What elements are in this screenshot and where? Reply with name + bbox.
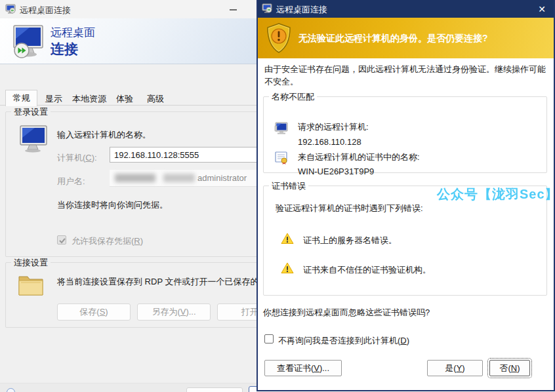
redacted-text <box>163 174 195 182</box>
certificate-name-label: 来自远程计算机的证书中的名称: <box>298 151 420 163</box>
screen: 远程桌面连接 远程桌面 连接 常规 显示 本地资源 体验 高级 <box>0 0 555 392</box>
warning-triangle-icon <box>281 262 294 274</box>
header-app-subtitle: 连接 <box>51 40 78 58</box>
tab-display[interactable]: 显示 <box>39 92 69 106</box>
view-certificate-button[interactable]: 查看证书(V)... <box>264 360 342 376</box>
save-button[interactable]: 保存(S) <box>57 304 131 321</box>
warning-triangle-icon <box>281 233 294 245</box>
window-header: 远程桌面 连接 <box>0 18 257 64</box>
username-value: administrator <box>197 173 247 183</box>
shield-warning-icon <box>266 23 292 53</box>
certificate-icon <box>274 151 289 165</box>
watermark-text: 公众号【泷羽Sec】 <box>437 186 555 203</box>
certificate-error-item: 证书上的服务器名错误。 <box>303 235 397 246</box>
rdp-app-icon <box>5 4 16 14</box>
window-footer <box>0 383 257 392</box>
remote-desktop-icon <box>10 24 45 58</box>
connection-settings-group: 连接设置 将当前连接设置保存到 RDP 文件或打开一个已保存的连接。 保存(S)… <box>5 262 257 328</box>
window-title: 远程桌面连接 <box>20 5 71 16</box>
name-mismatch-title: 名称不匹配 <box>269 91 317 103</box>
save-as-button[interactable]: 另存为(V)... <box>137 304 211 321</box>
certificate-errors-intro: 验证远程计算机的证书时遇到下列错误: <box>276 203 423 214</box>
titlebar[interactable]: 远程桌面连接 <box>0 0 257 18</box>
minimize-button[interactable] <box>230 9 237 10</box>
hide-options-chevron-icon[interactable] <box>7 388 15 392</box>
name-mismatch-group: 名称不匹配 请求的远程计算机: 192.168.110.128 来自远程计算机的… <box>263 96 547 173</box>
tab-advanced[interactable]: 高级 <box>140 92 171 106</box>
dont-ask-label: 不再询问我是否连接到此计算机(D) <box>278 335 409 347</box>
open-button[interactable]: 打开(E <box>217 304 257 321</box>
tab-local-resources[interactable]: 本地资源 <box>69 92 110 106</box>
computer-icon <box>274 122 289 135</box>
folder-icon <box>17 273 45 298</box>
dialog-body-text: 由于安全证书存在问题，因此远程计算机无法通过身份验证。继续操作可能不安全。 <box>264 63 550 88</box>
connection-description: 将当前连接设置保存到 RDP 文件或打开一个已保存的连接。 <box>57 276 257 288</box>
help-button-partial[interactable] <box>186 387 243 392</box>
header-app-name: 远程桌面 <box>51 25 95 40</box>
computer-icon <box>18 125 48 153</box>
tab-strip: 常规 显示 本地资源 体验 高级 <box>0 90 257 106</box>
credentials-note: 当你连接时将向你询问凭据。 <box>57 199 168 211</box>
tab-general[interactable]: 常规 <box>5 90 37 106</box>
no-button[interactable]: 否(N) <box>489 360 530 376</box>
certificate-errors-title: 证书错误 <box>269 180 308 192</box>
certificate-error-item: 证书来自不信任的证书验证机构。 <box>303 264 431 276</box>
computer-input[interactable] <box>110 147 257 163</box>
connect-button-partial[interactable] <box>249 386 257 392</box>
computer-instruction: 输入远程计算机的名称。 <box>57 129 151 141</box>
requested-computer-value: 192.168.110.128 <box>298 137 361 147</box>
redacted-text <box>115 174 155 182</box>
connection-settings-title: 连接设置 <box>11 257 51 269</box>
close-icon[interactable]: ✕ <box>535 3 548 16</box>
username-label: 用户名: <box>57 176 85 187</box>
save-credentials-checkbox[interactable] <box>57 235 66 245</box>
check-icon <box>58 237 66 245</box>
warning-banner: 无法验证此远程计算机的身份。是否仍要连接? <box>257 18 555 58</box>
rdp-app-icon <box>262 3 272 14</box>
dialog-titlebar[interactable]: 远程桌面连接 ✕ <box>257 0 555 18</box>
banner-message: 无法验证此远程计算机的身份。是否仍要连接? <box>298 33 488 45</box>
dialog-title: 远程桌面连接 <box>276 4 327 16</box>
logon-settings-group: 登录设置 输入远程计算机的名称。 计算机(C): 用户名: administra… <box>5 111 257 257</box>
rdp-main-window: 远程桌面连接 远程桌面 连接 常规 显示 本地资源 体验 高级 <box>0 0 257 392</box>
connect-ignore-question: 你想连接到远程桌面而忽略这些证书错误吗? <box>263 307 430 319</box>
certificate-name-value: WIN-UE26P31T9P9 <box>298 167 374 176</box>
tab-experience[interactable]: 体验 <box>110 92 140 106</box>
yes-button[interactable]: 是(Y) <box>427 360 483 376</box>
save-credentials-label: 允许我保存凭据(R) <box>72 235 143 247</box>
computer-label: 计算机(C): <box>57 152 97 164</box>
dont-ask-checkbox[interactable] <box>264 334 274 343</box>
username-field[interactable]: administrator <box>110 170 257 187</box>
requested-computer-label: 请求的远程计算机: <box>298 121 369 133</box>
certificate-warning-dialog: 远程桌面连接 ✕ 无法验证此远程计算机的身份。是否仍要连接? 由于安全证书存在问… <box>257 0 555 391</box>
logon-settings-title: 登录设置 <box>11 106 51 118</box>
